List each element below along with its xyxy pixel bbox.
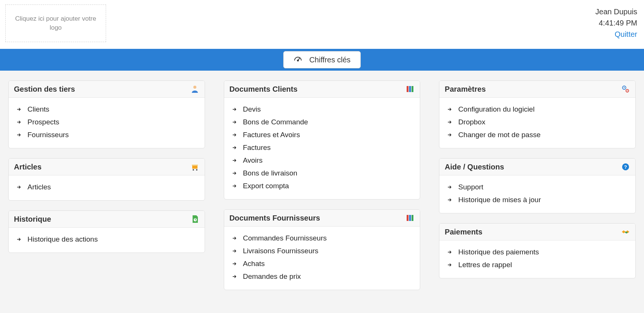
menu-item-factures-et-avoirs[interactable]: Factures et Avoirs (232, 129, 413, 141)
arrow-right-icon (447, 106, 453, 112)
card-paiements: PaiementsHistorique des paiementsLettres… (439, 223, 636, 278)
menu-item-label: Demandes de prix (243, 272, 301, 281)
card-body: Historique des actions (9, 228, 205, 253)
svg-rect-10 (407, 215, 409, 221)
card-body: DevisBons de CommandeFactures et AvoirsF… (224, 98, 420, 199)
menu-item-demandes-de-prix[interactable]: Demandes de prix (232, 270, 413, 283)
menu-item-bons-de-livraison[interactable]: Bons de livraison (232, 167, 413, 180)
menu-item-historique-des-actions[interactable]: Historique des actions (16, 233, 197, 246)
logo-placeholder[interactable]: Cliquez ici pour ajouter votre logo (5, 5, 106, 42)
svg-rect-8 (409, 86, 411, 92)
menu-item-historique-de-mises-a-jour[interactable]: Historique de mises à jour (447, 194, 628, 206)
menu-item-label: Export compta (243, 182, 289, 190)
menu-item-label: Clients (27, 105, 49, 113)
menu-item-devis[interactable]: Devis (232, 103, 413, 116)
menu-item-label: Prospects (27, 118, 59, 126)
history-icon (190, 215, 199, 224)
card-body: SupportHistorique de mises à jour (439, 175, 635, 213)
card-documents-clients: Documents ClientsDevisBons de CommandeFa… (224, 80, 421, 200)
menu-item-label: Changer de mot de passe (458, 131, 541, 139)
quit-link[interactable]: Quitter (595, 29, 637, 40)
menu-item-label: Historique de mises à jour (458, 196, 541, 204)
menu-item-label: Configuration du logiciel (458, 105, 535, 113)
menu-item-commandes-fournisseurs[interactable]: Commandes Fournisseurs (232, 232, 413, 245)
arrow-right-icon (447, 132, 453, 138)
arrow-right-icon (232, 132, 238, 138)
menu-item-prospects[interactable]: Prospects (16, 116, 197, 129)
menu-item-label: Avoirs (243, 156, 263, 165)
dashboard-column: ParamètresConfiguration du logicielDropb… (439, 80, 636, 290)
card-body: Configuration du logicielDropboxChanger … (439, 98, 635, 148)
help-icon: ? (621, 162, 630, 171)
card-header: Aide / Questions? (439, 159, 635, 175)
menu-item-support[interactable]: Support (447, 181, 628, 194)
arrow-right-icon (447, 184, 453, 190)
arrow-right-icon (447, 197, 453, 203)
menu-item-achats[interactable]: Achats (232, 257, 413, 270)
card-historique: HistoriqueHistorique des actions (8, 210, 205, 253)
arrow-right-icon (232, 157, 238, 163)
menu-item-label: Dropbox (458, 118, 485, 126)
svg-rect-12 (412, 215, 413, 221)
binders-icon (406, 85, 415, 94)
svg-rect-7 (407, 86, 409, 92)
top-bar: Cliquez ici pour ajouter votre logo Jean… (0, 0, 644, 49)
svg-point-0 (298, 60, 299, 61)
kpi-button[interactable]: Chiffres clés (283, 51, 361, 68)
svg-rect-9 (412, 86, 413, 92)
menu-item-changer-de-mot-de-passe[interactable]: Changer de mot de passe (447, 129, 628, 141)
card-header: Historique (9, 211, 205, 228)
menu-item-livraisons-fournisseurs[interactable]: Livraisons Fournisseurs (232, 245, 413, 257)
card-header: Documents Fournisseurs (224, 210, 420, 227)
card-title: Documents Fournisseurs (229, 214, 320, 222)
dashboard-container: Gestion des tiersClientsProspectsFournis… (0, 71, 644, 305)
card-title: Articles (14, 163, 41, 171)
arrow-right-icon (16, 184, 22, 190)
card-body: Historique des paiementsLettres de rappe… (439, 240, 635, 278)
menu-item-lettres-de-rappel[interactable]: Lettres de rappel (447, 259, 628, 271)
card-title: Paramètres (445, 85, 486, 94)
menu-item-articles[interactable]: Articles (16, 181, 197, 194)
card-header: Articles (9, 159, 205, 175)
blue-bar: Chiffres clés (0, 49, 644, 71)
cart-icon (190, 162, 199, 171)
user-time: 4:41:49 PM (595, 17, 637, 29)
arrow-right-icon (16, 119, 22, 125)
person-icon (190, 85, 199, 94)
menu-item-label: Fournisseurs (27, 131, 69, 139)
menu-item-export-compta[interactable]: Export compta (232, 180, 413, 192)
menu-item-factures[interactable]: Factures (232, 141, 413, 154)
menu-item-configuration-du-logiciel[interactable]: Configuration du logiciel (447, 103, 628, 116)
arrow-right-icon (447, 262, 453, 268)
menu-item-label: Achats (243, 260, 265, 268)
svg-point-4 (193, 169, 194, 171)
menu-item-bons-de-commande[interactable]: Bons de Commande (232, 116, 413, 129)
kpi-button-label: Chiffres clés (309, 56, 351, 64)
menu-item-label: Livraisons Fournisseurs (243, 247, 319, 255)
svg-point-5 (196, 169, 197, 171)
menu-item-label: Lettres de rappel (458, 261, 512, 269)
card-documents-fournisseurs: Documents FournisseursCommandes Fourniss… (224, 209, 421, 290)
svg-point-14 (624, 87, 625, 88)
menu-item-fournisseurs[interactable]: Fournisseurs (16, 129, 197, 141)
card-aide-questions: Aide / Questions?SupportHistorique de mi… (439, 158, 636, 213)
dashboard-column: Documents ClientsDevisBons de CommandeFa… (224, 80, 421, 290)
menu-item-label: Historique des paiements (458, 248, 539, 256)
menu-item-historique-des-paiements[interactable]: Historique des paiements (447, 246, 628, 259)
menu-item-label: Bons de Commande (243, 118, 308, 126)
card-title: Aide / Questions (445, 163, 504, 171)
arrow-right-icon (232, 248, 238, 254)
user-block: Jean Dupuis 4:41:49 PM Quitter (595, 5, 639, 40)
menu-item-label: Factures et Avoirs (243, 131, 300, 139)
menu-item-avoirs[interactable]: Avoirs (232, 154, 413, 167)
menu-item-dropbox[interactable]: Dropbox (447, 116, 628, 129)
card-body: Articles (9, 175, 205, 200)
gauge-icon (293, 55, 302, 64)
handshake-icon (621, 227, 630, 236)
menu-item-clients[interactable]: Clients (16, 103, 197, 116)
menu-item-label: Support (458, 183, 483, 191)
card-title: Historique (14, 215, 51, 224)
arrow-right-icon (16, 132, 22, 138)
card-header: Paramètres (439, 81, 635, 98)
arrow-right-icon (232, 170, 238, 176)
